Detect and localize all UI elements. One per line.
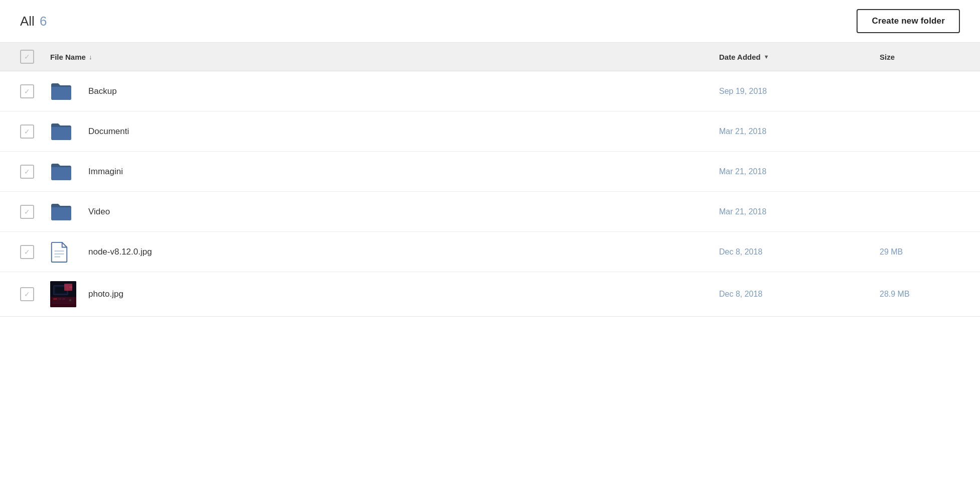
- folder-icon: [50, 202, 72, 221]
- checkmark-icon: ✓: [24, 53, 30, 61]
- header-checkbox-col: ✓: [20, 50, 50, 64]
- row-checkbox-video[interactable]: ✓: [20, 205, 50, 219]
- checkmark-icon: ✓: [24, 168, 30, 176]
- date-immagini: Mar 21, 2018: [719, 167, 880, 176]
- svg-rect-8: [62, 298, 65, 300]
- table-row: ✓ Video Mar 21, 2018: [0, 192, 980, 232]
- svg-point-9: [68, 298, 72, 302]
- row-checkbox-backup[interactable]: ✓: [20, 84, 50, 98]
- select-all-checkbox[interactable]: ✓: [20, 50, 34, 64]
- row-checkbox-immagini[interactable]: ✓: [20, 165, 50, 179]
- filename-immagini: Immagini: [88, 167, 123, 177]
- row-name-documenti[interactable]: Documenti: [50, 122, 719, 141]
- svg-rect-6: [53, 298, 57, 300]
- row-checkbox-photo[interactable]: ✓: [20, 287, 50, 301]
- size-label: Size: [880, 53, 960, 61]
- checkmark-icon: ✓: [24, 248, 30, 256]
- table-body: ✓ Backup Sep 19, 2018: [0, 71, 980, 317]
- row-name-video[interactable]: Video: [50, 202, 719, 221]
- filename-photo: photo.jpg: [88, 289, 123, 299]
- size-node: 29 MB: [880, 247, 960, 257]
- page-container: All 6 Create new folder ✓ File Name ↓ Da…: [0, 0, 980, 499]
- date-video: Mar 21, 2018: [719, 207, 880, 216]
- folder-icon: [50, 122, 72, 141]
- create-folder-button[interactable]: Create new folder: [857, 9, 960, 33]
- size-column-header: Size: [880, 53, 960, 61]
- filename-node: node-v8.12.0.jpg: [88, 247, 152, 257]
- page-title: All: [20, 14, 35, 29]
- checkmark-icon: ✓: [24, 128, 30, 136]
- row-name-backup[interactable]: Backup: [50, 82, 719, 101]
- photo-thumbnail: [50, 281, 76, 307]
- header-title: All 6: [20, 14, 47, 29]
- date-node: Dec 8, 2018: [719, 247, 880, 257]
- svg-rect-3: [55, 287, 66, 293]
- date-documenti: Mar 21, 2018: [719, 127, 880, 136]
- row-name-photo[interactable]: photo.jpg: [50, 281, 719, 307]
- table-row: ✓: [0, 272, 980, 317]
- filename-label: File Name: [50, 53, 86, 61]
- checkmark-icon: ✓: [24, 87, 30, 95]
- row-name-node[interactable]: node-v8.12.0.jpg: [50, 241, 719, 263]
- filename-column-header[interactable]: File Name ↓: [50, 53, 719, 61]
- date-backup: Sep 19, 2018: [719, 87, 880, 96]
- filename-sort-icon: ↓: [89, 53, 92, 61]
- date-label: Date Added: [719, 53, 761, 61]
- svg-rect-5: [52, 297, 74, 304]
- folder-icon: [50, 82, 72, 101]
- table-row: ✓ Backup Sep 19, 2018: [0, 71, 980, 111]
- svg-rect-4: [69, 286, 72, 288]
- svg-rect-7: [58, 298, 61, 300]
- table-row: ✓ node-v8.12.0.jpg Dec 8, 2018: [0, 232, 980, 272]
- file-icon: [50, 241, 68, 263]
- thumbnail-image: [50, 281, 76, 307]
- table-header: ✓ File Name ↓ Date Added ▼ Size: [0, 43, 980, 71]
- size-photo: 28.9 MB: [880, 290, 960, 299]
- date-sort-icon: ▼: [764, 54, 769, 60]
- date-column-header[interactable]: Date Added ▼: [719, 53, 880, 61]
- filename-documenti: Documenti: [88, 127, 129, 137]
- checkmark-icon: ✓: [24, 290, 30, 298]
- filename-backup: Backup: [88, 86, 117, 96]
- header-row: All 6 Create new folder: [0, 0, 980, 43]
- table-row: ✓ Documenti Mar 21, 2018: [0, 111, 980, 152]
- filename-video: Video: [88, 207, 110, 217]
- file-count: 6: [40, 14, 47, 29]
- date-photo: Dec 8, 2018: [719, 290, 880, 299]
- svg-point-10: [69, 299, 71, 301]
- row-checkbox-documenti[interactable]: ✓: [20, 124, 50, 139]
- table-row: ✓ Immagini Mar 21, 2018: [0, 152, 980, 192]
- checkmark-icon: ✓: [24, 208, 30, 216]
- folder-icon: [50, 162, 72, 181]
- row-name-immagini[interactable]: Immagini: [50, 162, 719, 181]
- row-checkbox-node[interactable]: ✓: [20, 245, 50, 259]
